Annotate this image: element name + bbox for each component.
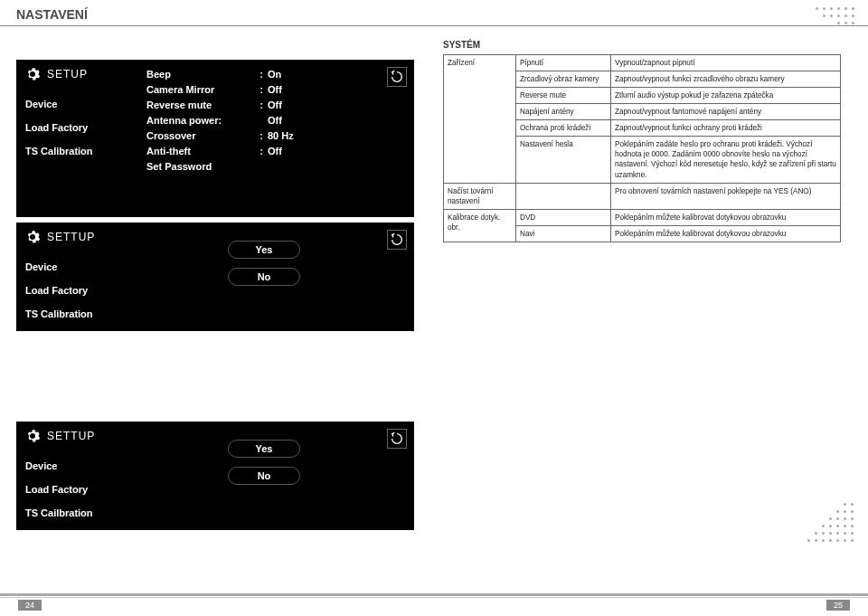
value: On xyxy=(268,69,313,80)
label: Reverse mute xyxy=(146,100,255,110)
decoration-dots-bottom xyxy=(807,503,857,553)
cell: Pípnutí xyxy=(516,55,611,71)
description-table: Zařízení Pípnutí Vypnout/zapnout pípnutí… xyxy=(443,54,841,242)
menu-load-factory[interactable]: Load Factory xyxy=(24,478,134,501)
cell: Reverse mute xyxy=(516,88,611,104)
menu-ts-calibration[interactable]: TS Calibration xyxy=(24,139,134,163)
menu-load-factory[interactable]: Load Factory xyxy=(24,279,134,302)
value: Off xyxy=(268,115,313,126)
cell: Zapnout/vypnout funkci ochrany proti krá… xyxy=(611,120,841,137)
panel-title: SETTUP xyxy=(47,430,95,442)
menu-device[interactable]: Device xyxy=(24,454,134,478)
page-title: NASTAVENÍ xyxy=(16,7,88,22)
value: Off xyxy=(268,100,313,110)
footer-rule xyxy=(0,593,868,596)
label: Beep xyxy=(146,69,255,80)
sep: : xyxy=(255,146,268,156)
value: 80 Hz xyxy=(268,130,313,141)
gear-icon xyxy=(24,65,42,83)
setup-panel-factory: SETTUP Device Load Factory TS Calibratio… xyxy=(16,223,414,331)
row-anti-theft[interactable]: Anti-theft:Off xyxy=(146,146,405,156)
row-crossover[interactable]: Crossover:80 Hz xyxy=(146,130,405,141)
cell: Nastavení hesla xyxy=(516,137,611,183)
cell: Poklepáním zadáte heslo pro ochranu prot… xyxy=(611,137,841,183)
yes-button[interactable]: Yes xyxy=(228,440,300,458)
menu-load-factory[interactable]: Load Factory xyxy=(24,116,134,139)
value: Off xyxy=(268,84,313,95)
row-beep[interactable]: Beep:On xyxy=(146,69,405,80)
page-number-left: 24 xyxy=(18,600,42,611)
menu-ts-calibration[interactable]: TS Cailbration xyxy=(24,501,134,525)
cell: Pro obnovení továrních nastavení poklepe… xyxy=(611,183,841,209)
cell: Načíst tovární nastavení xyxy=(444,183,516,209)
panel-title: SETTUP xyxy=(47,231,95,243)
cell: Poklepáním můžete kalibrovat dotykovou o… xyxy=(611,209,841,225)
sep: : xyxy=(255,100,268,110)
row-antenna-power[interactable]: Antenna power:Off xyxy=(146,115,405,126)
label: Anti-theft xyxy=(146,146,255,156)
row-set-password[interactable]: Set Password xyxy=(146,161,405,172)
cell: Vypnout/zapnout pípnutí xyxy=(611,55,841,71)
page-number-right: 25 xyxy=(826,600,850,611)
sep: : xyxy=(255,69,268,80)
decoration-dots-top xyxy=(816,7,861,27)
label: Antenna power: xyxy=(146,115,255,126)
label: Set Password xyxy=(146,161,255,172)
panel-title: SETUP xyxy=(47,68,88,81)
cell: DVD xyxy=(516,209,611,225)
sep: : xyxy=(255,84,268,95)
menu-device[interactable]: Device xyxy=(24,92,134,116)
cell: Navi xyxy=(516,225,611,242)
back-icon[interactable] xyxy=(387,230,407,250)
cell: Zrcadlový obraz kamery xyxy=(516,71,611,88)
back-icon[interactable] xyxy=(387,429,407,449)
value: Off xyxy=(268,146,313,156)
cell: Ochrana proti krádeži xyxy=(516,120,611,137)
cell: Zapnout/vypnout fantomové napájení antén… xyxy=(611,104,841,120)
setup-panel-factory-2: SETTUP Device Load Factory TS Cailbratio… xyxy=(16,422,414,530)
cell: Napájení antény xyxy=(516,104,611,120)
gear-icon xyxy=(24,427,42,445)
back-icon[interactable] xyxy=(387,67,407,87)
cell: Zařízení xyxy=(444,55,516,184)
sep: : xyxy=(255,130,268,141)
row-camera-mirror[interactable]: Camera Mirror:Off xyxy=(146,84,405,95)
cell: Poklepáním můžete kalibrovat dotykovou o… xyxy=(611,225,841,242)
cell: Ztlumí audio výstup pokud je zařazena zp… xyxy=(611,88,841,104)
menu-ts-calibration[interactable]: TS Calibration xyxy=(24,302,134,326)
header-rule xyxy=(0,25,868,26)
row-reverse-mute[interactable]: Reverse mute:Off xyxy=(146,100,405,110)
cell: Kalibrace dotyk. obr. xyxy=(444,209,516,242)
setup-panel-device: SETUP Device Load Factory TS Calibration… xyxy=(16,60,414,217)
label: Camera Mirror xyxy=(146,84,255,95)
no-button[interactable]: No xyxy=(228,467,300,485)
no-button[interactable]: No xyxy=(228,268,300,286)
menu-device[interactable]: Device xyxy=(24,255,134,279)
label: Crossover xyxy=(146,130,255,141)
cell: Zapnout/vypnout funkci zrcadlového obraz… xyxy=(611,71,841,88)
cell xyxy=(516,183,611,209)
yes-button[interactable]: Yes xyxy=(228,241,300,259)
section-label: SYSTÉM xyxy=(443,40,480,50)
gear-icon xyxy=(24,228,42,246)
